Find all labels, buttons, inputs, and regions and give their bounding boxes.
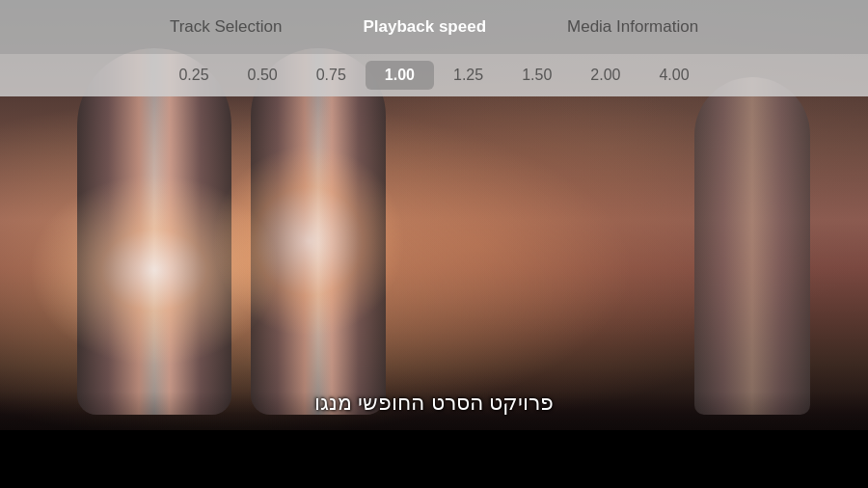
speed-item-0.75[interactable]: 0.75 xyxy=(297,61,366,90)
tab-media-information[interactable]: Media Information xyxy=(556,10,710,44)
tab-bar: Track Selection Playback speed Media Inf… xyxy=(0,0,868,54)
top-panel: Track Selection Playback speed Media Inf… xyxy=(0,0,868,96)
speed-item-0.25[interactable]: 0.25 xyxy=(159,61,228,90)
tab-playback-speed[interactable]: Playback speed xyxy=(351,10,498,44)
speed-item-2.00[interactable]: 2.00 xyxy=(571,61,639,90)
pipe-far-right xyxy=(694,77,810,415)
tab-track-selection[interactable]: Track Selection xyxy=(158,10,294,44)
speed-item-0.50[interactable]: 0.50 xyxy=(229,61,297,90)
speed-bar: 0.250.500.751.001.251.502.004.00 xyxy=(0,54,868,96)
speed-item-1.50[interactable]: 1.50 xyxy=(502,61,571,90)
speed-item-1.00[interactable]: 1.00 xyxy=(366,61,434,90)
black-bar xyxy=(0,430,868,488)
speed-item-4.00[interactable]: 4.00 xyxy=(639,61,708,90)
glow-center xyxy=(212,145,405,338)
main-container: פרויקט הסרט החופשי מנגו Track Selection … xyxy=(0,0,868,488)
subtitle-text: פרויקט הסרט החופשי מנגו xyxy=(314,391,553,416)
speed-item-1.25[interactable]: 1.25 xyxy=(434,61,502,90)
